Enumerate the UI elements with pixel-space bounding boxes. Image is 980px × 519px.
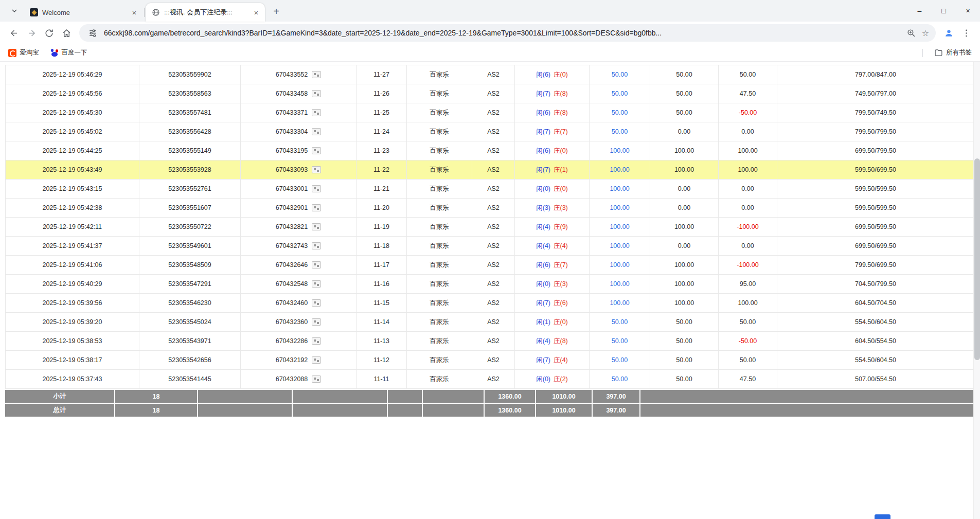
bookmark-baidu[interactable]: 百度一下	[50, 48, 87, 57]
address-bar[interactable]: 66cxkj98.com/game/betrecord_search/kind3…	[79, 24, 936, 42]
tab-bet-record[interactable]: :::视讯. 会员下注纪录::: ×	[146, 3, 265, 22]
bet-amount-link[interactable]: 100.00	[610, 261, 629, 269]
url-text[interactable]: 66cxkj98.com/game/betrecord_search/kind3…	[104, 29, 904, 37]
cell-balance: 604.50/704.50	[777, 294, 974, 313]
cell-balance: 797.00/847.00	[777, 65, 974, 84]
zoom-icon[interactable]	[904, 26, 918, 40]
bet-amount-link[interactable]: 50.00	[612, 128, 628, 135]
table-row[interactable]: 2025-12-19 05:38:17 523053542656 6704321…	[6, 351, 974, 370]
table-row[interactable]: 2025-12-19 05:43:49 523053553928 6704330…	[6, 160, 974, 180]
table-row[interactable]: 2025-12-19 05:42:38 523053551607 6704329…	[6, 199, 974, 218]
reload-button[interactable]	[40, 24, 58, 42]
bookmark-taobao[interactable]: 爱淘宝	[8, 48, 39, 57]
bet-amount-link[interactable]: 100.00	[610, 299, 629, 307]
cell-balance: 599.50/599.50	[777, 180, 974, 199]
bet-amount-link[interactable]: 50.00	[612, 318, 628, 326]
bet-amount-link[interactable]: 50.00	[612, 90, 628, 97]
bet-amount-link[interactable]: 50.00	[612, 337, 628, 345]
scrollbar-thumb[interactable]	[974, 158, 980, 360]
partial-button[interactable]	[875, 514, 890, 519]
browser-menu-button[interactable]	[957, 24, 975, 42]
result-image-icon[interactable]	[312, 128, 321, 135]
tab-close-icon[interactable]: ×	[252, 8, 261, 17]
table-row[interactable]: 2025-12-19 05:39:56 523053546230 6704324…	[6, 294, 974, 313]
table-row[interactable]: 2025-12-19 05:45:56 523053558563 6704334…	[6, 84, 974, 103]
bet-amount-link[interactable]: 50.00	[612, 71, 628, 78]
result-image-icon[interactable]	[312, 166, 321, 173]
result-image-icon[interactable]	[312, 375, 321, 383]
bet-amount-link[interactable]: 100.00	[610, 147, 629, 154]
cell-valid-amount: 50.00	[650, 313, 719, 332]
site-settings-icon[interactable]	[85, 26, 100, 40]
minimize-button[interactable]: –	[907, 0, 932, 22]
table-row[interactable]: 2025-12-19 05:37:43 523053541445 6704320…	[6, 370, 974, 389]
cell-game-no: 670433195	[241, 141, 357, 160]
back-button[interactable]	[5, 24, 23, 42]
banker-score: 庄(4)	[554, 356, 568, 364]
cell-balance: 749.50/797.00	[777, 84, 974, 103]
table-row[interactable]: 2025-12-19 05:41:37 523053549601 6704327…	[6, 237, 974, 256]
bet-amount-link[interactable]: 100.00	[610, 185, 629, 192]
result-image-icon[interactable]	[312, 223, 321, 230]
new-tab-button[interactable]: +	[269, 4, 283, 19]
bookmarks-bar: 爱淘宝 百度一下 所有书签	[0, 44, 980, 62]
table-row[interactable]: 2025-12-19 05:42:11 523053550722 6704328…	[6, 218, 974, 237]
table-row[interactable]: 2025-12-19 05:43:15 523053552761 6704330…	[6, 180, 974, 199]
table-row[interactable]: 2025-12-19 05:45:30 523053557481 6704333…	[6, 103, 974, 122]
all-bookmarks-label: 所有书签	[946, 48, 972, 57]
bet-amount-link[interactable]: 100.00	[610, 242, 629, 249]
table-row[interactable]: 2025-12-19 05:45:02 523053556428 6704333…	[6, 122, 974, 141]
table-row[interactable]: 2025-12-19 05:41:06 523053548509 6704326…	[6, 256, 974, 275]
cell-balance: 799.50/799.50	[777, 122, 974, 141]
profile-avatar[interactable]	[940, 24, 957, 42]
result-image-icon[interactable]	[312, 147, 321, 154]
table-row[interactable]: 2025-12-19 05:46:29 523053559902 6704335…	[6, 65, 974, 84]
result-image-icon[interactable]	[312, 109, 321, 116]
result-image-icon[interactable]	[312, 185, 321, 192]
result-image-icon[interactable]	[312, 280, 321, 288]
bet-amount-link[interactable]: 50.00	[612, 356, 628, 364]
result-image-icon[interactable]	[312, 261, 321, 269]
cell-game-type: 百家乐	[407, 313, 472, 332]
table-row[interactable]: 2025-12-19 05:44:25 523053555149 6704331…	[6, 141, 974, 160]
result-image-icon[interactable]	[312, 299, 321, 307]
cell-order-no: 523053548509	[139, 256, 241, 275]
cell-valid-amount: 50.00	[650, 370, 719, 389]
tab-welcome[interactable]: Welcome ×	[24, 3, 143, 22]
result-image-icon[interactable]	[312, 318, 321, 326]
table-row[interactable]: 2025-12-19 05:38:53 523053543971 6704322…	[6, 332, 974, 351]
cell-balance: 704.50/799.50	[777, 275, 974, 294]
bet-amount-link[interactable]: 100.00	[610, 166, 629, 173]
table-row[interactable]: 2025-12-19 05:39:20 523053545024 6704323…	[6, 313, 974, 332]
bookmark-star-icon[interactable]: ☆	[918, 26, 933, 40]
game-no-text: 670432088	[276, 375, 308, 383]
bet-amount-link[interactable]: 100.00	[610, 223, 629, 230]
cell-balance: 599.50/699.50	[777, 160, 974, 180]
banker-score: 庄(0)	[554, 147, 568, 154]
tab-search-button[interactable]	[7, 4, 22, 18]
result-image-icon[interactable]	[312, 90, 321, 97]
result-image-icon[interactable]	[312, 242, 321, 249]
bet-amount-link[interactable]: 50.00	[612, 109, 628, 116]
maximize-button[interactable]: □	[932, 0, 956, 22]
cell-order-no: 523053559902	[139, 65, 241, 84]
home-button[interactable]	[58, 24, 75, 42]
bet-amount-link[interactable]: 100.00	[610, 204, 629, 211]
result-image-icon[interactable]	[312, 337, 321, 345]
result-image-icon[interactable]	[312, 71, 321, 78]
total-valid: 1010.00	[535, 404, 592, 417]
cell-order-no: 523053552761	[139, 180, 241, 199]
tab-close-icon[interactable]: ×	[130, 8, 139, 17]
result-image-icon[interactable]	[312, 356, 321, 364]
page-scrollbar[interactable]	[973, 62, 980, 519]
game-no-text: 670433371	[276, 109, 308, 116]
result-image-icon[interactable]	[312, 204, 321, 211]
window-close-button[interactable]: ×	[956, 0, 980, 22]
bet-amount-link[interactable]: 50.00	[612, 375, 628, 383]
all-bookmarks-button[interactable]: 所有书签	[934, 48, 972, 57]
cell-game-no: 670432901	[241, 199, 357, 218]
cell-balance: 554.50/604.50	[777, 313, 974, 332]
forward-button[interactable]	[23, 24, 40, 42]
table-row[interactable]: 2025-12-19 05:40:29 523053547291 6704325…	[6, 275, 974, 294]
bet-amount-link[interactable]: 100.00	[610, 280, 629, 288]
